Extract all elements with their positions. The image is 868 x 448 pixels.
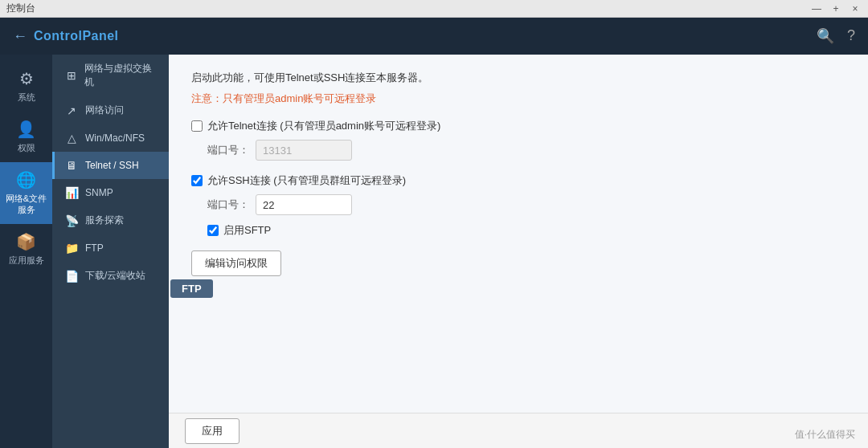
sftp-checkbox[interactable] bbox=[207, 225, 219, 236]
permissions-icon: 👤 bbox=[16, 120, 36, 139]
telnet-section: 允许Telnet连接 (只有管理员admin账号可远程登录) 端口号： bbox=[191, 119, 845, 161]
maximize-button[interactable]: + bbox=[829, 2, 842, 15]
service-discovery-icon: 📡 bbox=[64, 214, 79, 227]
minimize-button[interactable]: — bbox=[810, 2, 823, 15]
back-button[interactable]: ← bbox=[13, 28, 27, 45]
ssh-port-label: 端口号： bbox=[207, 198, 249, 212]
telnet-port-row: 端口号： bbox=[207, 140, 845, 161]
ssh-checkbox-label[interactable]: 允许SSH连接 (只有管理员群组可远程登录) bbox=[191, 173, 406, 188]
header: ← ControlPanel 🔍 ? bbox=[0, 18, 868, 55]
nav-item-network-access[interactable]: ↗ 网络访问 bbox=[52, 96, 169, 124]
nav-item-snmp[interactable]: 📊 SNMP bbox=[52, 179, 169, 206]
ssh-section: 允许SSH连接 (只有管理员群组可远程登录) 端口号： 启用SFTP bbox=[191, 173, 845, 238]
nav: ⊞ 网络与虚拟交换机 ↗ 网络访问 △ Win/Mac/NFS 🖥 Telnet… bbox=[52, 55, 169, 448]
footer: 应用 bbox=[169, 413, 868, 448]
nav-item-ftp[interactable]: 📁 FTP bbox=[52, 234, 169, 262]
nav-item-download-station[interactable]: 📄 下载/云端收站 bbox=[52, 262, 169, 290]
content-area: 启动此功能，可使用Telnet或SSH连接至本服务器。 注意：只有管理员admi… bbox=[169, 55, 868, 448]
help-icon[interactable]: ? bbox=[847, 27, 855, 45]
description-text: 启动此功能，可使用Telnet或SSH连接至本服务器。 bbox=[191, 71, 845, 85]
ssh-port-row: 端口号： bbox=[207, 194, 845, 215]
sidebar-item-system[interactable]: ⚙ 系统 bbox=[0, 61, 52, 112]
telnet-label-row: 允许Telnet连接 (只有管理员admin账号可远程登录) bbox=[191, 119, 845, 133]
telnet-checkbox[interactable] bbox=[191, 120, 203, 132]
ssh-label-row: 允许SSH连接 (只有管理员群组可远程登录) bbox=[191, 173, 845, 188]
network-switch-icon: ⊞ bbox=[64, 69, 78, 82]
download-station-icon: 📄 bbox=[64, 270, 79, 283]
titlebar: 控制台 — + × bbox=[0, 0, 868, 18]
watermark: 值·什么值得买 bbox=[795, 428, 855, 442]
sidebar-item-network-services[interactable]: 🌐 网络&文件服务 bbox=[0, 162, 52, 224]
nav-item-telnet-ssh[interactable]: 🖥 Telnet / SSH bbox=[52, 152, 169, 179]
warning-text: 注意：只有管理员admin账号可远程登录 bbox=[191, 92, 845, 106]
titlebar-controls: — + × bbox=[810, 2, 862, 15]
nav-item-win-mac-nfs[interactable]: △ Win/Mac/NFS bbox=[52, 124, 169, 152]
sidebar-item-label: 权限 bbox=[18, 142, 35, 154]
nav-item-service-discovery[interactable]: 📡 服务探索 bbox=[52, 206, 169, 234]
sidebar-item-permissions[interactable]: 👤 权限 bbox=[0, 112, 52, 162]
telnet-checkbox-label[interactable]: 允许Telnet连接 (只有管理员admin账号可远程登录) bbox=[191, 119, 440, 133]
close-button[interactable]: × bbox=[849, 2, 862, 15]
sidebar-item-app-services[interactable]: 📦 应用服务 bbox=[0, 224, 52, 275]
system-icon: ⚙ bbox=[19, 69, 34, 88]
network-access-icon: ↗ bbox=[64, 104, 79, 117]
ssh-checkbox[interactable] bbox=[191, 175, 203, 186]
ssh-port-input[interactable] bbox=[256, 194, 352, 215]
snmp-icon: 📊 bbox=[64, 186, 79, 199]
header-actions: 🔍 ? bbox=[817, 27, 855, 45]
main-window: ← ControlPanel 🔍 ? ⚙ 系统 👤 权限 🌐 网络&文件服务 bbox=[0, 18, 868, 448]
apply-button[interactable]: 应用 bbox=[185, 418, 240, 444]
edit-access-button[interactable]: 编辑访问权限 bbox=[191, 250, 281, 276]
search-icon[interactable]: 🔍 bbox=[817, 27, 834, 45]
telnet-ssh-icon: 🖥 bbox=[64, 159, 79, 172]
win-mac-nfs-icon: △ bbox=[64, 132, 79, 145]
app-title: ControlPanel bbox=[34, 29, 119, 43]
content-inner: 启动此功能，可使用Telnet或SSH连接至本服务器。 注意：只有管理员admi… bbox=[169, 55, 868, 413]
app-services-icon: 📦 bbox=[16, 232, 36, 251]
sftp-checkbox-label[interactable]: 启用SFTP bbox=[207, 223, 271, 238]
sidebar-item-label: 应用服务 bbox=[9, 255, 44, 267]
titlebar-title: 控制台 bbox=[6, 2, 35, 15]
telnet-port-input[interactable] bbox=[256, 140, 352, 161]
ftp-icon: 📁 bbox=[64, 242, 79, 255]
network-services-icon: 🌐 bbox=[16, 170, 36, 189]
body: ⚙ 系统 👤 权限 🌐 网络&文件服务 📦 应用服务 ⊞ 网络与虚拟交换机 bbox=[0, 55, 868, 448]
telnet-port-label: 端口号： bbox=[207, 143, 249, 157]
sftp-row: 启用SFTP bbox=[207, 223, 845, 238]
sidebar-item-label: 系统 bbox=[18, 92, 35, 104]
sidebar-item-label: 网络&文件服务 bbox=[6, 193, 47, 216]
nav-item-network-switch[interactable]: ⊞ 网络与虚拟交换机 bbox=[52, 55, 169, 96]
sidebar: ⚙ 系统 👤 权限 🌐 网络&文件服务 📦 应用服务 bbox=[0, 55, 52, 448]
